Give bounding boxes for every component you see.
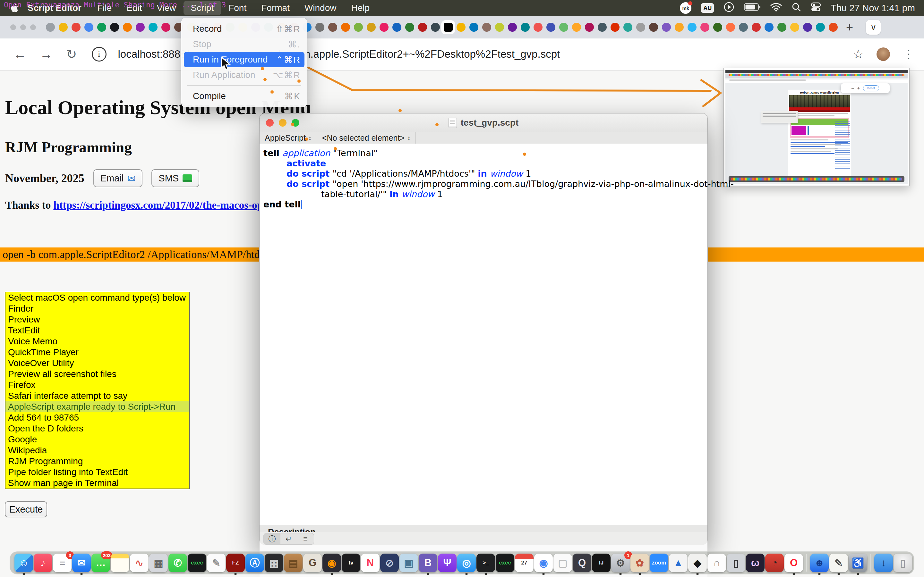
- code-line[interactable]: activate: [286, 158, 708, 169]
- tab-favicon[interactable]: [328, 23, 337, 32]
- tab-favicon[interactable]: [546, 23, 556, 32]
- dock-icon-app-store[interactable]: Ⓐ: [246, 554, 264, 572]
- listbox-option[interactable]: Preview: [5, 314, 189, 325]
- tab-favicon[interactable]: [777, 23, 787, 32]
- listbox-option[interactable]: Google: [5, 434, 189, 445]
- dock-icon-mail[interactable]: ✉: [72, 554, 91, 572]
- control-center-icon[interactable]: [811, 2, 821, 14]
- bookmark-star-icon[interactable]: ☆: [853, 47, 864, 61]
- tab-favicon[interactable]: [739, 23, 748, 32]
- tab-favicon[interactable]: [700, 23, 709, 32]
- dock-icon-trash[interactable]: ▯: [893, 554, 912, 572]
- tab-favicon[interactable]: [803, 23, 812, 32]
- dock-icon-terminal[interactable]: >_: [477, 554, 495, 572]
- dock-icon-launchpad[interactable]: ▦: [149, 554, 168, 572]
- dock-icon-elephant-app[interactable]: ∩: [708, 554, 726, 572]
- tab-favicon[interactable]: [790, 23, 799, 32]
- dock-icon-quicktime[interactable]: Q: [573, 554, 591, 572]
- dock-icon-preview-document[interactable]: ▢: [553, 554, 572, 572]
- listbox-option-selected[interactable]: AppleScript example ready to Script->Run: [5, 401, 189, 412]
- tab-favicon[interactable]: [495, 23, 504, 32]
- dock-icon-apple-tv[interactable]: tv: [342, 554, 360, 572]
- dock-icon-gimp[interactable]: G: [303, 554, 322, 572]
- close-window-icon[interactable]: [10, 24, 16, 30]
- tab-favicon[interactable]: [624, 23, 632, 32]
- tab-favicon[interactable]: [662, 23, 671, 32]
- menu-item-run-in-foreground[interactable]: Run in Foreground⌃⌘R: [184, 52, 304, 67]
- dock-icon-safari[interactable]: ◎: [457, 554, 476, 572]
- tab-favicon[interactable]: [136, 23, 145, 32]
- accessory-view-segmented-control[interactable]: ⓘ↵≡: [263, 533, 314, 545]
- listbox-option[interactable]: Open the D folders: [5, 423, 189, 434]
- now-playing-icon[interactable]: [724, 2, 734, 15]
- dock-icon-downloads-folder[interactable]: ↓: [874, 554, 893, 572]
- dock-icon-freeform[interactable]: ∿: [130, 554, 149, 572]
- tab-favicon[interactable]: [380, 23, 389, 32]
- tab-favicon[interactable]: [816, 23, 825, 32]
- dock-icon-iphone-mirroring[interactable]: ▯: [727, 554, 745, 572]
- dock-icon-bbedit[interactable]: B: [419, 554, 437, 572]
- tab-favicon[interactable]: [572, 23, 581, 32]
- dock-icon-do-not-disturb-app[interactable]: ⊘: [380, 554, 399, 572]
- tab-favicon[interactable]: [521, 23, 530, 32]
- tab-favicon[interactable]: [688, 23, 696, 32]
- tab-favicon[interactable]: [123, 23, 132, 32]
- tab-favicon[interactable]: [469, 23, 478, 32]
- tab-favicon[interactable]: [367, 23, 376, 32]
- menu-font[interactable]: Font: [221, 3, 254, 13]
- code-line[interactable]: do script "open 'https://www.rjmprogramm…: [286, 179, 708, 189]
- listbox-option[interactable]: TextEdit: [5, 325, 189, 336]
- dock-icon-paintbrush[interactable]: ✿: [630, 554, 649, 572]
- tab-favicon[interactable]: [611, 23, 620, 32]
- document-proxy-icon[interactable]: [449, 118, 457, 128]
- tab-favicon[interactable]: [726, 23, 735, 32]
- dock-icon-screenshot-utility[interactable]: ▣: [399, 554, 418, 572]
- forward-icon[interactable]: →: [40, 47, 53, 61]
- tab-search-chevron-button[interactable]: ∨: [866, 20, 881, 35]
- tab-favicon[interactable]: [585, 23, 594, 32]
- event-log-list-icon[interactable]: ≡: [297, 533, 314, 544]
- active-tab-favicon[interactable]: [444, 23, 453, 32]
- dock-icon-textedit[interactable]: ✎: [207, 554, 226, 572]
- element-dropdown[interactable]: <No selected element> ↕: [317, 132, 416, 143]
- dock-icon-screen-sharing[interactable]: ☻: [810, 554, 829, 572]
- tab-favicon[interactable]: [636, 23, 645, 32]
- input-source-icon[interactable]: AU: [701, 3, 714, 13]
- menu-bar-clock[interactable]: Thu 27 Nov 1:41 pm: [830, 3, 915, 13]
- tab-favicon[interactable]: [559, 23, 568, 32]
- listbox-option[interactable]: Firefox: [5, 380, 189, 390]
- tab-favicon[interactable]: [533, 23, 543, 32]
- listbox-option[interactable]: Voice Memo: [5, 336, 189, 347]
- listbox-option[interactable]: Show man page in Terminal: [5, 478, 189, 488]
- tab-favicon[interactable]: [341, 23, 350, 32]
- tab-favicon[interactable]: [71, 23, 81, 32]
- dock-icon-exec-terminal-2[interactable]: exec: [496, 554, 514, 572]
- tab-favicon[interactable]: [508, 23, 517, 32]
- tab-favicon[interactable]: [752, 23, 761, 32]
- code-line[interactable]: tell application "Terminal": [263, 148, 708, 158]
- dock-icon-prism-app[interactable]: ▲: [669, 554, 688, 572]
- listbox-option[interactable]: Finder: [5, 303, 189, 314]
- language-dropdown[interactable]: AppleScript ↕: [260, 132, 317, 143]
- info-icon[interactable]: ⓘ: [264, 533, 280, 544]
- script-editor-titlebar[interactable]: test_gvp.scpt: [260, 113, 708, 132]
- menu-item-compile[interactable]: Compile⌘K: [184, 89, 304, 104]
- minimize-window-icon[interactable]: [20, 24, 26, 30]
- listbox-option[interactable]: Preview all screenshot files: [5, 369, 189, 380]
- dock-icon-filezilla[interactable]: FZ: [226, 554, 245, 572]
- tab-favicon[interactable]: [393, 23, 401, 32]
- menu-item-record[interactable]: Record⇧⌘R: [184, 21, 304, 37]
- recorder-menu-icon[interactable]: mk: [680, 2, 691, 14]
- dock-icon-facetime[interactable]: ✆: [168, 554, 187, 572]
- menu-help[interactable]: Help: [344, 3, 377, 13]
- back-icon[interactable]: ←: [13, 47, 26, 61]
- new-tab-button[interactable]: +: [846, 21, 853, 34]
- listbox-option[interactable]: Safari interface attempt to say: [5, 390, 189, 401]
- tab-favicon[interactable]: [598, 23, 607, 32]
- listbox-option[interactable]: RJM Programming: [5, 456, 189, 467]
- dock-icon-contacts[interactable]: ▤: [284, 554, 302, 572]
- listbox-option[interactable]: VoiceOver Utility: [5, 358, 189, 369]
- dock-icon-reminders[interactable]: ≡3: [53, 554, 71, 572]
- dock-icon-zoom[interactable]: zoom: [650, 554, 668, 572]
- tab-favicon[interactable]: [84, 23, 94, 32]
